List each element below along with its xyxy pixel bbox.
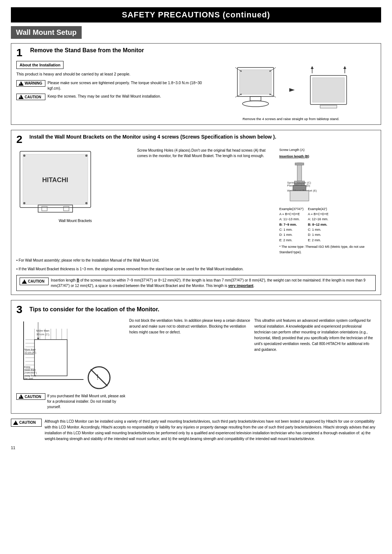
svg-marker-18 [343, 66, 346, 69]
step3-caution-badge: CAUTION [16, 393, 45, 400]
screw-assembly-svg: Spring Washer (C) Plane Washer (D) Wall … [279, 161, 323, 205]
step2-content: HITACHI Wall Mount Brackets Screw Mounti… [16, 148, 376, 255]
about-installation-box: About the Installation [16, 61, 64, 69]
bracket-label: Wall Mount Brackets [16, 219, 134, 223]
caution-label: CAUTION [25, 95, 41, 99]
bottom-caution-section: CAUTION Although this LCD Monitor can be… [11, 419, 381, 442]
svg-text:!: ! [97, 373, 99, 381]
svg-rect-1 [240, 70, 271, 94]
step2-right: Screw Length (A) Insertion length (B) Sp… [279, 148, 376, 255]
step3-caution-label: CAUTION [25, 395, 41, 399]
warning-badge: WARNING [16, 80, 45, 87]
svg-text:2 cm (0.8"): 2 cm (0.8") [24, 372, 37, 374]
step2-monitor-svg: HITACHI [16, 148, 96, 217]
screw-type-note: * The screw type :Theread ISO M5 (Metric… [279, 244, 376, 255]
step1-right: Remove the 4 screws and raise straight u… [206, 61, 376, 121]
svg-rect-38 [290, 191, 309, 201]
svg-line-11 [235, 94, 241, 97]
svg-text:away from: away from [24, 374, 36, 377]
step1-title: Remove the Stand Base from the Monitor [30, 47, 144, 54]
example-42: Example(42') A = B+C+D+E A: 12~16 mm. B:… [308, 206, 328, 243]
warning-text: Please make sure screws are tightened pr… [48, 80, 203, 92]
svg-rect-27 [38, 205, 73, 212]
svg-text:More than: More than [24, 348, 36, 351]
svg-rect-14 [313, 78, 344, 102]
svg-rect-30 [297, 163, 302, 181]
svg-text:more than: more than [24, 369, 36, 371]
svg-marker-16 [311, 66, 314, 69]
step2-screw-text: Screw Mounting Holes (4 places).Don't us… [137, 148, 277, 255]
monitor-lifted-diagram [305, 65, 352, 115]
step2-caution-box: CAUTION Insertion length B of the screws… [16, 275, 376, 291]
step2-caution-badge: CAUTION [20, 278, 49, 285]
svg-text:30 cm (1').: 30 cm (1'). [36, 333, 50, 336]
bottom-caution-icon [13, 420, 18, 425]
step2-container: 2 Install the Wall Mount Brackets on the… [11, 130, 381, 295]
step3-number: 3 [16, 304, 26, 315]
step1-number: 1 [16, 47, 26, 58]
step1-container: 1 Remove the Stand Base from the Monitor… [11, 43, 381, 125]
step3-container: 3 Tips to consider for the location of t… [11, 300, 381, 414]
bottom-caution-label: CAUTION [19, 420, 36, 426]
step1-header: 1 Remove the Stand Base from the Monitor [16, 47, 376, 58]
example-37-47: Example(37'/47') A = B+C+D+E A: 11~13 mm… [279, 206, 303, 243]
svg-point-26 [85, 202, 87, 204]
bottom-caution-text: Although this LCD Monitor can be install… [45, 419, 381, 442]
svg-line-9 [270, 94, 276, 97]
step3-caution-icon [19, 394, 24, 399]
warning-row: WARNING Please make sure screws are tigh… [16, 80, 203, 92]
page-header: SAFETY PRECAUTIONS (continued) [11, 7, 381, 22]
step3-content: More than 30 cm (1'). More than 10 cm (4… [16, 318, 376, 410]
screw-spec-detail: Example(37'/47') A = B+C+D+E A: 11~13 mm… [279, 206, 376, 255]
step3-caution-row: CAUTION If you purchased the Wall Mount … [16, 393, 126, 410]
svg-text:Keep: Keep [24, 366, 30, 369]
bottom-caution-badge: CAUTION [11, 419, 42, 427]
step3-right-text: This ultrathin unit features an advanced… [254, 318, 376, 410]
step2-note1: • For Wall Mount assembly; please refer … [16, 258, 376, 263]
svg-line-8 [270, 67, 276, 71]
step1-content: About the Installation This product is h… [16, 61, 376, 121]
step2-caution-text: Insertion length B of the screws must be… [51, 278, 372, 288]
ventilation-diagram-svg: More than 30 cm (1'). More than 10 cm (4… [16, 318, 85, 390]
svg-point-24 [85, 155, 87, 157]
svg-point-3 [242, 101, 269, 107]
svg-text:More than: More than [36, 329, 49, 332]
warning-label: WARNING [25, 81, 42, 85]
step3-title: Tips to consider for the location of the… [29, 306, 159, 313]
step2-caution-icon [22, 279, 27, 284]
svg-rect-29 [64, 206, 69, 211]
no-install-sign: ! [86, 365, 112, 390]
screw-holes-text: Screw Mounting Holes (4 places).Don't us… [137, 148, 277, 159]
svg-rect-2 [250, 97, 261, 101]
step2-title: Install the Wall Mount Brackets on the M… [29, 134, 276, 140]
caution-row: CAUTION Keep the screws. They may be use… [16, 94, 203, 100]
page-number: 11 [11, 446, 381, 450]
step1-intro: This product is heavy and should be carr… [16, 71, 203, 77]
svg-rect-31 [295, 163, 304, 165]
section-title: Wall Mount Setup [11, 26, 82, 39]
caution-text: Keep the screws. They may be used for th… [48, 94, 161, 99]
step3-caution-text: If you purchased the Wall Mount unit, pl… [47, 393, 126, 410]
svg-text:10 cm (4").: 10 cm (4"). [24, 351, 37, 354]
step2-number: 2 [16, 134, 26, 145]
svg-rect-19 [320, 105, 337, 108]
svg-point-23 [23, 155, 25, 157]
svg-rect-28 [42, 206, 47, 211]
step1-left: About the Installation This product is h… [16, 61, 203, 121]
caution-triangle-icon [19, 95, 24, 99]
step2-monitor-diagram: HITACHI Wall Mount Brackets [16, 148, 134, 255]
svg-point-25 [23, 202, 25, 204]
svg-line-74 [91, 369, 107, 386]
insertion-label: Insertion length (B) [279, 154, 376, 159]
step2-caution-label: CAUTION [28, 279, 45, 284]
svg-text:the wall.: the wall. [24, 377, 34, 380]
svg-rect-41 [34, 340, 67, 376]
step3-center-text: Do not block the ventilation holes. In a… [129, 318, 250, 410]
step2-note2: • If the Wall Mount Bracket thickness is… [16, 266, 376, 272]
svg-line-10 [235, 67, 241, 71]
svg-text:HITACHI: HITACHI [42, 176, 68, 184]
monitor-with-stand-diagram [230, 65, 281, 115]
warning-triangle-icon [19, 81, 24, 86]
svg-marker-12 [289, 88, 295, 92]
caution-badge: CAUTION [16, 94, 45, 100]
